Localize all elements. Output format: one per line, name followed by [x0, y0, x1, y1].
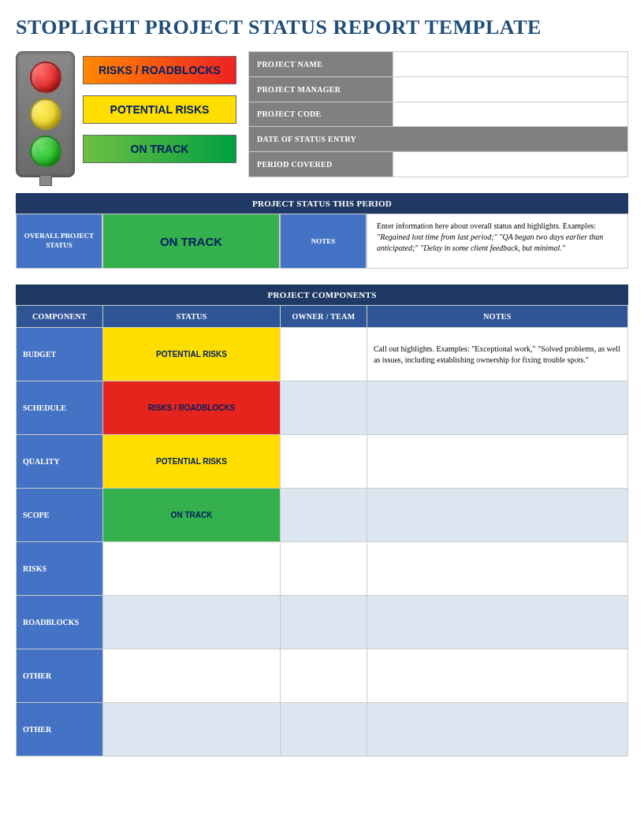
header-section: RISKS / ROADBLOCKS POTENTIAL RISKS ON TR…	[16, 51, 628, 177]
component-notes-field[interactable]	[367, 596, 628, 649]
yellow-light-icon	[30, 99, 61, 130]
period-covered-label: PERIOD COVERED	[249, 152, 393, 177]
col-owner: OWNER / TEAM	[281, 306, 367, 328]
overall-status-value[interactable]: ON TRACK	[102, 214, 280, 269]
legend-potential-risks: POTENTIAL RISKS	[83, 95, 236, 124]
component-label: SCHEDULE	[17, 381, 103, 435]
table-row: BUDGETPOTENTIAL RISKSCall out highlights…	[17, 328, 628, 381]
status-section-header: PROJECT STATUS THIS PERIOD	[16, 193, 628, 214]
component-status-field[interactable]	[103, 596, 281, 649]
component-label: OTHER	[17, 649, 103, 703]
table-row: OTHER	[17, 649, 628, 703]
overall-notes-field[interactable]: Enter information here about overall sta…	[367, 214, 628, 269]
component-owner-field[interactable]	[281, 328, 367, 381]
legend-risks-roadblocks: RISKS / ROADBLOCKS	[83, 56, 236, 84]
component-owner-field[interactable]	[281, 596, 367, 649]
component-notes-field[interactable]	[367, 435, 628, 489]
component-notes-field[interactable]	[367, 703, 628, 757]
green-light-icon	[30, 136, 61, 167]
component-notes-field[interactable]	[367, 649, 628, 703]
legend-on-track: ON TRACK	[83, 135, 236, 163]
component-label: SCOPE	[17, 489, 103, 542]
table-row: RISKS	[17, 542, 628, 596]
component-notes-field[interactable]: Call out highlights. Examples: "Exceptio…	[367, 328, 628, 381]
table-row: SCHEDULERISKS / ROADBLOCKS	[17, 381, 628, 435]
component-notes-field[interactable]	[367, 489, 628, 542]
component-owner-field[interactable]	[281, 435, 367, 489]
project-manager-field[interactable]	[393, 76, 627, 102]
component-label: ROADBLOCKS	[17, 596, 103, 649]
component-status-field[interactable]	[103, 649, 281, 703]
col-notes: NOTES	[367, 306, 628, 328]
red-light-icon	[30, 61, 61, 93]
period-covered-field[interactable]	[393, 152, 627, 177]
project-meta-table: PROJECT NAME PROJECT MANAGER PROJECT COD…	[248, 51, 628, 177]
component-label: QUALITY	[17, 435, 103, 489]
table-row: SCOPEON TRACK	[17, 489, 628, 542]
components-table: COMPONENT STATUS OWNER / TEAM NOTES BUDG…	[16, 305, 628, 757]
project-code-label: PROJECT CODE	[249, 102, 393, 127]
component-status-field[interactable]: POTENTIAL RISKS	[103, 435, 281, 489]
component-owner-field[interactable]	[281, 381, 367, 435]
table-row: QUALITYPOTENTIAL RISKS	[17, 435, 628, 489]
project-name-label: PROJECT NAME	[249, 52, 393, 77]
component-label: OTHER	[17, 703, 103, 757]
component-status-field[interactable]	[103, 703, 281, 757]
table-row: OTHER	[17, 703, 628, 757]
overall-status-label: OVERALL PROJECT STATUS	[16, 214, 102, 269]
component-status-field[interactable]: ON TRACK	[103, 489, 281, 542]
date-of-status-label: DATE OF STATUS ENTRY	[249, 127, 628, 152]
col-component: COMPONENT	[17, 306, 103, 328]
component-notes-field[interactable]	[367, 381, 628, 435]
project-name-field[interactable]	[393, 52, 627, 77]
component-label: BUDGET	[17, 328, 103, 381]
component-status-field[interactable]: RISKS / ROADBLOCKS	[103, 381, 281, 435]
component-status-field[interactable]: POTENTIAL RISKS	[103, 328, 281, 381]
component-label: RISKS	[17, 542, 103, 596]
notes-example-text: "Regained lost time from last period;" "…	[377, 232, 603, 252]
overall-status-row: OVERALL PROJECT STATUS ON TRACK NOTES En…	[16, 214, 628, 269]
component-owner-field[interactable]	[281, 703, 367, 757]
component-status-field[interactable]	[103, 542, 281, 596]
component-owner-field[interactable]	[281, 542, 367, 596]
table-row: ROADBLOCKS	[17, 596, 628, 649]
page-title: STOPLIGHT PROJECT STATUS REPORT TEMPLATE	[16, 16, 628, 39]
project-code-field[interactable]	[393, 102, 627, 127]
component-notes-field[interactable]	[367, 542, 628, 596]
component-owner-field[interactable]	[281, 489, 367, 542]
traffic-legend: RISKS / ROADBLOCKS POTENTIAL RISKS ON TR…	[16, 51, 236, 177]
components-section-header: PROJECT COMPONENTS	[16, 284, 628, 305]
notes-lead-text: Enter information here about overall sta…	[377, 221, 596, 230]
component-owner-field[interactable]	[281, 649, 367, 703]
overall-notes-label: NOTES	[280, 214, 367, 269]
project-manager-label: PROJECT MANAGER	[249, 76, 393, 102]
traffic-light-icon	[16, 51, 75, 177]
col-status: STATUS	[103, 306, 281, 328]
